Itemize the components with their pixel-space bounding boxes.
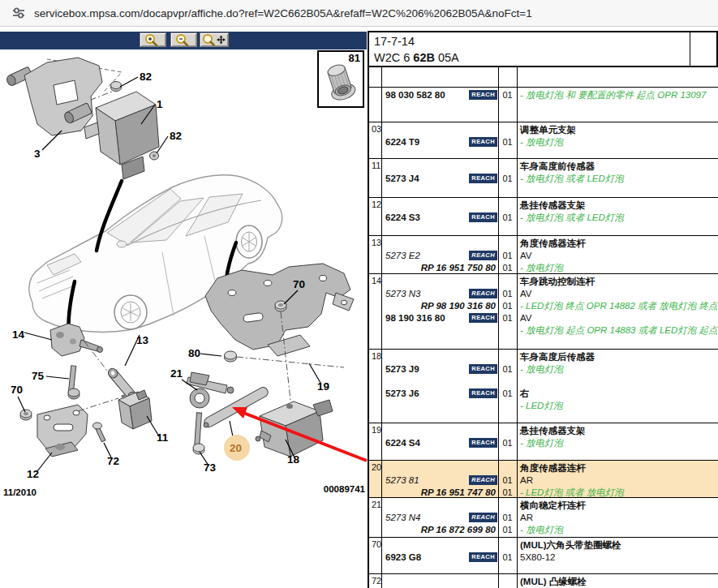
inset-part-81[interactable]: 81: [317, 50, 364, 108]
diagram-label-70[interactable]: 70: [11, 384, 23, 396]
diagram-doc-number: 00089741: [324, 484, 366, 494]
diagram-label-13[interactable]: 13: [136, 334, 149, 346]
part-description: 悬挂传感器支架: [517, 425, 718, 437]
column-divider: [498, 498, 499, 537]
quantity: 01: [498, 250, 517, 262]
zoom-in-button[interactable]: [140, 32, 166, 47]
table-row[interactable]: [369, 67, 718, 87]
reach-badge[interactable]: REACH: [469, 137, 497, 147]
part-number[interactable]: 6224 S3: [385, 212, 420, 222]
diagram-label-21[interactable]: 21: [170, 367, 183, 380]
quantity: [498, 539, 517, 552]
column-divider: [517, 574, 518, 588]
table-row-70[interactable]: 70(MUL)六角头带垫圈螺栓6923 G8REACH015X80-12: [369, 537, 718, 573]
column-divider: [498, 198, 499, 235]
reach-badge[interactable]: REACH: [469, 313, 497, 323]
diagram-label-14[interactable]: 14: [12, 328, 25, 341]
diagram-label-70[interactable]: 70: [293, 278, 305, 290]
part-number[interactable]: RP 16 951 747 80: [421, 487, 496, 497]
part-number[interactable]: 6923 G8: [385, 552, 421, 562]
quantity: 01: [498, 437, 517, 449]
diagram-label-1[interactable]: 1: [157, 98, 163, 110]
column-divider: [517, 461, 518, 497]
reach-badge[interactable]: REACH: [469, 289, 497, 298]
part-number[interactable]: 98 030 582 80: [385, 90, 445, 100]
part-73-bolt: [193, 413, 204, 454]
part-number[interactable]: 6224 S4: [385, 438, 420, 448]
part-number[interactable]: RP 16 872 699 80: [421, 525, 496, 534]
part-number[interactable]: 5273 N3: [385, 289, 420, 298]
diagram-label-82[interactable]: 82: [170, 130, 182, 142]
zoom-out-button[interactable]: [170, 32, 197, 47]
site-settings-icon[interactable]: [11, 5, 27, 21]
table-row[interactable]: 98 030 582 80REACH01- 放电灯泡 和 要配置的零件 起点 O…: [369, 87, 718, 122]
reach-badge[interactable]: REACH: [469, 438, 497, 448]
part-description: AR: [517, 512, 718, 524]
table-row-14[interactable]: 14车身跳动控制连杆5273 N3REACH01AVRP 98 190 316 …: [369, 273, 718, 349]
zoom-pan-button[interactable]: [200, 32, 229, 47]
table-row-72[interactable]: 72(MUL) 凸缘螺栓REACH: [369, 573, 718, 588]
reach-badge[interactable]: REACH: [469, 174, 497, 183]
browser-address-bar[interactable]: servicebox.mpsa.com/docapvpr/affiche.do?…: [0, 0, 718, 27]
header-divider: [690, 32, 690, 66]
reach-badge[interactable]: REACH: [469, 90, 497, 100]
part-description: (MUL) 凸缘螺栓: [517, 576, 718, 588]
part-number[interactable]: RP 98 190 316 80: [421, 301, 496, 311]
table-row-19[interactable]: 19悬挂传感器支架6224 S4REACH01- 放电灯泡: [369, 423, 718, 460]
part-description: AV: [517, 250, 718, 262]
reach-badge[interactable]: REACH: [469, 212, 497, 222]
table-row-13[interactable]: 13角度传感器连杆5273 E2REACH01AVRP 16 951 750 8…: [369, 235, 718, 273]
part-description: 车身高度前传感器: [517, 161, 718, 173]
table-row-21[interactable]: 21横向稳定杆连杆5273 N4REACH01ARRP 16 872 699 8…: [369, 497, 718, 537]
diagram-toolbar: [0, 32, 367, 49]
part-number[interactable]: 6224 T9: [385, 137, 419, 147]
diagram-label-3[interactable]: 3: [34, 148, 41, 160]
quantity: [498, 500, 517, 512]
part-description: 5X80-12: [517, 552, 718, 564]
diagram-label-75[interactable]: 75: [32, 370, 45, 382]
item-number: 20: [369, 461, 381, 497]
diagram-label-80[interactable]: 80: [188, 347, 200, 359]
reach-badge[interactable]: REACH: [469, 552, 497, 562]
table-row-12[interactable]: 12悬挂传感器支架6224 S3REACH01- 放电灯泡 或者 LED灯泡: [369, 197, 718, 235]
part-12-bracket: [37, 405, 88, 457]
part-description: 角度传感器连杆: [517, 462, 718, 474]
diagram-label-12[interactable]: 12: [27, 468, 39, 480]
part-75-bolt: [68, 366, 80, 399]
diagram-label-82[interactable]: 82: [140, 71, 152, 83]
part-number[interactable]: 5273 N4: [385, 513, 420, 522]
reach-badge[interactable]: REACH: [469, 388, 497, 398]
reach-badge[interactable]: REACH: [469, 475, 497, 485]
part-number[interactable]: 5273 J9: [385, 364, 419, 374]
quantity: [498, 576, 517, 588]
part-70-nut-right: [275, 301, 286, 311]
table-row-03[interactable]: 03调整单元支架6224 T9REACH01- 放电灯泡: [369, 122, 718, 158]
part-number[interactable]: 5273 E2: [385, 251, 420, 260]
item-number: 18: [369, 350, 381, 423]
diagram-label-19[interactable]: 19: [317, 380, 329, 393]
part-number[interactable]: 98 190 316 80: [385, 313, 445, 323]
part-number[interactable]: 5273 J6: [385, 388, 419, 398]
diagram-label-11[interactable]: 11: [157, 431, 169, 444]
part-number[interactable]: RP 16 951 750 80: [421, 263, 496, 273]
diagram-label-18[interactable]: 18: [287, 453, 300, 466]
column-divider: [498, 88, 499, 122]
reach-badge[interactable]: REACH: [469, 251, 497, 260]
part-82-nut: [111, 82, 122, 92]
address-bar-url[interactable]: servicebox.mpsa.com/docapvpr/affiche.do?…: [34, 7, 532, 19]
diagram-label-72[interactable]: 72: [107, 455, 119, 467]
item-number: 11: [369, 159, 381, 197]
part-number[interactable]: 5273 J4: [385, 174, 419, 183]
part-description: 悬挂传感器支架: [517, 200, 718, 212]
reach-badge[interactable]: REACH: [469, 513, 497, 522]
part-number[interactable]: 5273 81: [385, 475, 419, 485]
diagram-label-20[interactable]: 20: [230, 442, 242, 454]
part-description: - 放电灯泡 起点 OPR 14883 或者 LED灯泡 起点 OPR: [517, 324, 718, 337]
table-row-18[interactable]: 18车身高度后传感器5273 J9REACH01- 放电灯泡5273 J6REA…: [369, 349, 718, 423]
item-number: 72: [369, 574, 381, 588]
table-row-11[interactable]: 11车身高度前传感器5273 J4REACH01- 放电灯泡 或者 LED灯泡: [369, 158, 718, 197]
quantity: 01: [498, 89, 517, 101]
reach-badge[interactable]: REACH: [469, 364, 497, 374]
table-row-20[interactable]: 20角度传感器连杆5273 81REACH01ARRP 16 951 747 8…: [369, 460, 718, 497]
diagram-label-73[interactable]: 73: [204, 461, 217, 474]
